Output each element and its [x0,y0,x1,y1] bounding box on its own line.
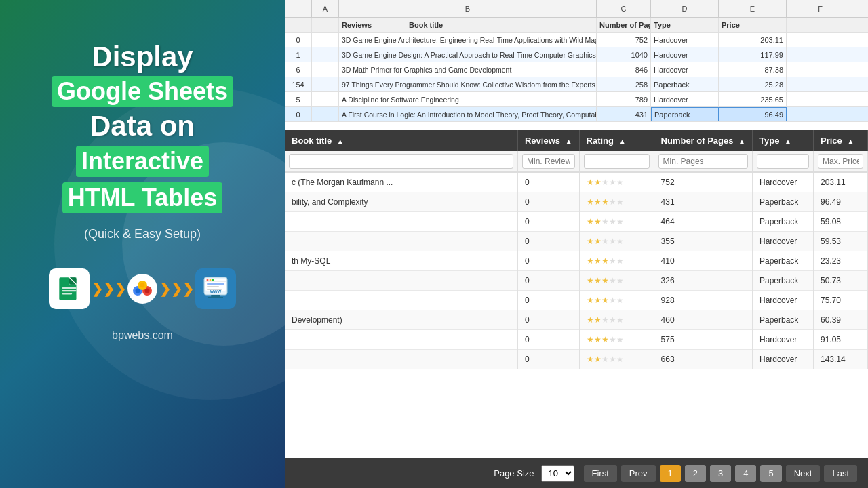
data-table: Book title ▲ Reviews ▲ Rating ▲ Number [285,130,868,369]
svg-point-20 [210,279,212,281]
sort-type-icon: ▲ [785,138,791,145]
cell-price: 59.08 [814,212,868,232]
table-row: 0 ★★★★★ 928 Hardcover 75.70 [285,291,868,310]
th-reviews[interactable]: Reviews ▲ [517,130,579,151]
cell-reviews: 0 [517,330,579,350]
filter-title-input[interactable] [289,154,513,169]
sort-pages-icon: ▲ [738,138,745,145]
right-panel: A B C D E F Reviews Book title Number of… [285,0,868,488]
sort-rating-icon: ▲ [619,138,626,145]
table-row: 0 ★★★★★ 663 Hardcover 143.14 [285,350,868,369]
table-row: Development) 0 ★★★★★ 460 Paperback 60.39 [285,310,868,330]
filter-pages-cell [654,151,752,172]
filter-price-input[interactable] [818,154,863,169]
cell-pages: 575 [654,330,752,350]
cell-rating: ★★★★★ [579,212,654,232]
page-5-button[interactable]: 5 [760,465,781,482]
table-row: 0 ★★★★★ 464 Paperback 59.08 [285,212,868,232]
cell-pages: 663 [654,350,752,369]
cell-title: c (The Morgan Kaufmann ... [285,172,517,192]
filter-pages-input[interactable] [658,154,748,169]
svg-rect-6 [62,290,77,291]
first-button[interactable]: First [584,465,617,482]
svg-text:www: www [210,289,222,293]
ss-data-row-1: 0 3D Game Engine Architecture: Engineeri… [285,33,868,47]
table-row: c (The Morgan Kaufmann ... 0 ★★★★★ 752 H… [285,172,868,192]
cell-price: 60.39 [814,310,868,330]
table-header-row: Book title ▲ Reviews ▲ Rating ▲ Number [285,130,868,151]
next-button[interactable]: Next [786,465,821,482]
filter-reviews-cell [517,151,579,172]
table-section: Book title ▲ Reviews ▲ Rating ▲ Number [285,130,868,488]
table-row: 0 ★★★★★ 575 Hardcover 91.05 [285,330,868,350]
th-title[interactable]: Book title ▲ [285,130,517,151]
subtitle: (Quick & Easy Setup) [20,227,264,241]
cell-pages: 928 [654,291,752,310]
cell-reviews: 0 [517,310,579,330]
table-row: bility, and Complexity 0 ★★★★★ 431 Paper… [285,192,868,212]
svg-point-21 [212,279,214,281]
cell-pages: 410 [654,251,752,271]
ss-col-headers: A B C D E F [285,0,868,18]
ss-data-row-5: 5 A Discipline for Software Engineering … [285,92,868,107]
left-panel: Display Google Sheets Data on Interactiv… [0,0,285,488]
cell-price: 143.14 [814,350,868,369]
ss-data-row-3: 6 3D Math Primer for Graphics and Game D… [285,62,868,77]
ss-header-pages: Number of Pages [597,18,651,32]
cell-reviews: 0 [517,192,579,212]
page-2-button[interactable]: 2 [685,465,706,482]
domain-label: bpwebs.com [112,329,173,342]
table-row: 0 ★★★★★ 326 Paperback 50.73 [285,271,868,291]
cell-price: 23.23 [814,251,868,271]
cell-pages: 355 [654,232,752,251]
cell-reviews: 0 [517,232,579,251]
cell-title [285,330,517,350]
filter-rating-input[interactable] [584,154,650,169]
cell-title [285,232,517,251]
cell-price: 59.53 [814,232,868,251]
th-type[interactable]: Type ▲ [753,130,814,151]
filter-rating-cell [579,151,654,172]
cell-pages: 326 [654,271,752,291]
cell-title: Development) [285,310,517,330]
svg-rect-23 [207,286,219,287]
cell-rating: ★★★★★ [579,350,654,369]
cell-title [285,212,517,232]
cell-reviews: 0 [517,350,579,369]
cell-type: Hardcover [753,172,814,192]
cell-price: 203.11 [814,172,868,192]
cell-type: Hardcover [753,232,814,251]
th-pages[interactable]: Number of Pages ▲ [654,130,752,151]
page-3-button[interactable]: 3 [710,465,731,482]
prev-button[interactable]: Prev [621,465,656,482]
svg-rect-5 [62,287,77,288]
cell-pages: 460 [654,310,752,330]
table-row: th My-SQL 0 ★★★★★ 410 Paperback 23.23 [285,251,868,271]
sort-title-icon: ▲ [337,138,344,145]
title-block: Display Google Sheets Data on Interactiv… [20,41,264,241]
arrow-icon-2: ❯❯❯ [163,268,190,309]
cell-rating: ★★★★★ [579,291,654,310]
cell-pages: 752 [654,172,752,192]
google-sheets-icon [49,268,90,309]
table-body: c (The Morgan Kaufmann ... 0 ★★★★★ 752 H… [285,172,868,369]
cell-rating: ★★★★★ [579,330,654,350]
svg-rect-22 [207,283,224,285]
last-button[interactable]: Last [824,465,857,482]
cell-pages: 464 [654,212,752,232]
ss-row-num-header [285,0,312,17]
filter-reviews-input[interactable] [522,154,575,169]
page-size-select[interactable]: 10 25 50 [541,465,574,482]
th-rating[interactable]: Rating ▲ [579,130,654,151]
th-price[interactable]: Price ▲ [814,130,868,151]
filter-title-cell [285,151,517,172]
cell-type: Paperback [753,310,814,330]
cell-type: Paperback [753,271,814,291]
page-4-button[interactable]: 4 [735,465,756,482]
cell-reviews: 0 [517,251,579,271]
page-1-button[interactable]: 1 [660,465,681,482]
ss-data-row-4: 154 97 Things Every Programmer Should Kn… [285,77,868,92]
filter-type-input[interactable] [757,154,809,169]
ss-col-e: E [719,0,787,17]
sort-reviews-icon: ▲ [566,138,572,145]
